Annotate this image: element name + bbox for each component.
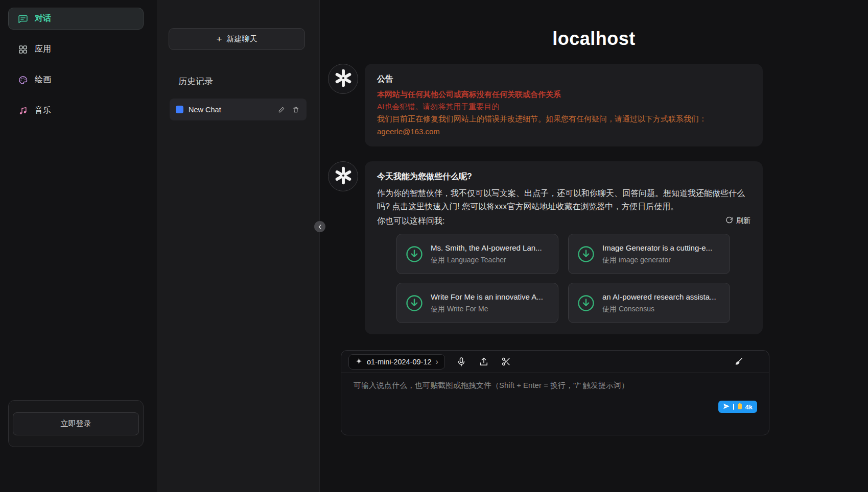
chat-list-divider (157, 61, 319, 61)
download-arrow-icon (405, 294, 424, 312)
model-label: o1-mini-2024-09-12 (367, 358, 432, 366)
history-heading: 历史记录 (178, 76, 213, 87)
page-title: localhost (320, 28, 868, 50)
announcement-line: AI也会犯错。请勿将其用于重要目的 (377, 101, 750, 112)
apps-grid-icon (18, 44, 28, 55)
suggestion-text: Image Generator is a cutting-e... 使用 ima… (602, 243, 712, 265)
suggestion-subtitle: 使用 Write For Me (431, 305, 543, 314)
sidebar-item-label: 音乐 (35, 105, 51, 116)
chat-bubble-icon (18, 14, 28, 24)
welcome-bubble: 今天我能为您做些什么呢? 作为你的智慧伙伴，我不仅可以写文案、出点子，还可以和你… (365, 161, 763, 334)
announcement-line: 我们目前正在修复我们网站上的错误并改进细节。如果您有任何疑问，请通过以下方式联系… (377, 113, 750, 124)
token-count-label: 4k (745, 403, 753, 411)
badge-divider (733, 404, 734, 410)
openai-logo-icon (334, 166, 353, 187)
openai-logo-icon (334, 68, 353, 90)
suggestion-text: an AI-powered research assista... 使用 Con… (602, 292, 716, 314)
composer: o1-mini-2024-09-12 › (341, 350, 769, 435)
announcement-bubble: 公告 本网站与任何其他公司或商标没有任何关联或合作关系 AI也会犯错。请勿将其用… (365, 64, 763, 146)
chat-item-title: New Chat (189, 106, 272, 114)
suggestion-title: an AI-powered research assista... (602, 292, 716, 301)
assistant-avatar (328, 64, 358, 94)
palette-icon (18, 75, 28, 85)
sidebar-item-chat[interactable]: 对话 (8, 8, 144, 30)
sidebar-item-drawing[interactable]: 绘画 (8, 69, 144, 91)
download-arrow-icon (577, 245, 595, 263)
sidebar-nav: 对话 应用 绘画 音乐 (8, 8, 144, 121)
sidebar-item-music[interactable]: 音乐 (8, 100, 144, 121)
send-token-badge[interactable]: 4k (718, 401, 757, 413)
login-button[interactable]: 立即登录 (13, 412, 139, 435)
model-selector[interactable]: o1-mini-2024-09-12 › (348, 354, 445, 370)
chat-input[interactable] (341, 374, 769, 435)
suggestion-grid: Ms. Smith, the AI-powered Lan... 使用 Lang… (396, 234, 730, 323)
suggestion-card[interactable]: an AI-powered research assista... 使用 Con… (568, 283, 730, 323)
delete-icon[interactable] (291, 105, 300, 114)
clear-context-button[interactable] (732, 356, 744, 368)
refresh-suggestions-button[interactable]: 刷新 (725, 216, 750, 226)
suggestion-title: Ms. Smith, the AI-powered Lan... (431, 243, 542, 252)
collapse-sidebar-button[interactable] (314, 221, 325, 232)
scissors-button[interactable] (500, 356, 512, 367)
assistant-avatar (328, 161, 358, 191)
token-battery-icon (737, 403, 742, 411)
hint-row: 你也可以这样问我: 刷新 (377, 214, 750, 228)
welcome-body: 作为你的智慧伙伴，我不仅可以写文案、出点子，还可以和你聊天、回答问题。想知道我还… (377, 187, 750, 213)
announcement-title: 公告 (377, 74, 750, 85)
sidebar-item-label: 应用 (35, 44, 51, 55)
chevron-right-icon: › (436, 358, 438, 366)
upload-button[interactable] (478, 356, 490, 368)
suggestion-text: Ms. Smith, the AI-powered Lan... 使用 Lang… (431, 243, 542, 265)
microphone-button[interactable] (455, 356, 467, 368)
suggestion-card[interactable]: Image Generator is a cutting-e... 使用 ima… (568, 234, 730, 274)
suggestion-title: Image Generator is a cutting-e... (602, 243, 712, 252)
sparkle-icon (355, 357, 363, 366)
message-list: 公告 本网站与任何其他公司或商标没有任何关联或合作关系 AI也会犯错。请勿将其用… (328, 64, 763, 349)
message-welcome: 今天我能为您做些什么呢? 作为你的智慧伙伴，我不仅可以写文案、出点子，还可以和你… (328, 161, 763, 334)
composer-body: 4k (341, 374, 769, 435)
download-arrow-icon (577, 294, 595, 312)
send-plane-icon (723, 403, 730, 411)
suggestion-card[interactable]: Ms. Smith, the AI-powered Lan... 使用 Lang… (396, 234, 558, 274)
announcement-line: 本网站与任何其他公司或商标没有任何关联或合作关系 (377, 89, 750, 100)
suggestion-subtitle: 使用 Consensus (602, 305, 716, 314)
welcome-title: 今天我能为您做些什么呢? (377, 171, 750, 182)
new-chat-button[interactable]: + 新建聊天 (169, 28, 305, 50)
login-card: 立即登录 (8, 400, 144, 447)
suggestion-subtitle: 使用 Language Teacher (431, 256, 542, 265)
suggestion-title: Write For Me is an innovative A... (431, 292, 543, 301)
chat-history-item[interactable]: New Chat (170, 99, 307, 120)
plus-icon: + (216, 34, 222, 44)
chat-list-panel: + 新建聊天 历史记录 New Chat (157, 0, 319, 492)
edit-icon[interactable] (277, 105, 286, 114)
sidebar-item-label: 对话 (35, 13, 51, 24)
suggestion-subtitle: 使用 image generator (602, 256, 712, 265)
chat-color-swatch (176, 106, 183, 113)
suggestion-text: Write For Me is an innovative A... 使用 Wr… (431, 292, 543, 314)
contact-email-link[interactable]: ageerle@163.com (377, 127, 440, 136)
music-note-icon (18, 106, 28, 116)
new-chat-label: 新建聊天 (227, 34, 257, 44)
ask-hint: 你也可以这样问我: (377, 214, 444, 228)
refresh-label: 刷新 (736, 216, 750, 226)
download-arrow-icon (405, 245, 424, 263)
main-panel: localhost 公告 本网站与任何其他公司或商标没有任何关联或合作关系 AI… (319, 0, 868, 492)
message-announcement: 公告 本网站与任何其他公司或商标没有任何关联或合作关系 AI也会犯错。请勿将其用… (328, 64, 763, 146)
suggestion-card[interactable]: Write For Me is an innovative A... 使用 Wr… (396, 283, 558, 323)
composer-toolbar: o1-mini-2024-09-12 › (341, 351, 769, 373)
sidebar: 对话 应用 绘画 音乐 立即登录 (0, 0, 157, 492)
app-window: 对话 应用 绘画 音乐 立即登录 (0, 0, 868, 492)
refresh-icon (725, 216, 733, 226)
sidebar-item-label: 绘画 (35, 75, 51, 85)
sidebar-item-apps[interactable]: 应用 (8, 38, 144, 60)
